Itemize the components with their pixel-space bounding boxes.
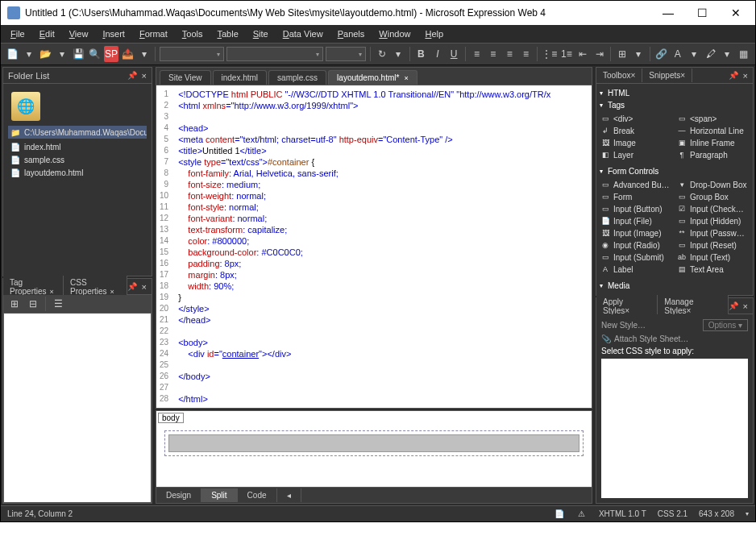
close-icon[interactable]: × [142, 282, 147, 292]
pin-icon[interactable]: 📌 [729, 71, 738, 80]
close-icon[interactable]: × [625, 306, 629, 315]
fontcolor-icon[interactable]: A [671, 46, 684, 62]
arrow-down-icon[interactable]: ▾ [687, 46, 701, 62]
close-icon[interactable]: × [687, 306, 692, 315]
toolbox-item[interactable]: ☑Input (Check… [676, 203, 750, 214]
toolbox-item[interactable]: ▭Input (Reset) [676, 239, 750, 251]
align-right-icon[interactable]: ≡ [503, 46, 517, 62]
toolbox-item[interactable]: ▭Form [600, 191, 673, 202]
toolbox-item[interactable]: ▭Input (Button) [600, 203, 673, 214]
toolbox-item[interactable]: 🖼Input (Image) [600, 227, 673, 239]
size-combo[interactable]: ▾ [326, 47, 366, 61]
highlight-icon[interactable]: 🖍 [704, 46, 717, 62]
toolbox-item[interactable]: ▾Drop-Down Box [676, 179, 750, 190]
toolbox-item[interactable]: ◧Layer [600, 149, 673, 160]
menu-file[interactable]: File [4, 27, 31, 40]
toolbox-section-html[interactable]: HTML [600, 87, 750, 99]
arrow-down-icon[interactable]: ▾ [632, 46, 646, 62]
close-icon[interactable]: × [404, 74, 408, 82]
close-icon[interactable]: × [743, 71, 748, 81]
view-tab-split[interactable]: Split [201, 488, 237, 502]
view-tab-code[interactable]: Code [238, 488, 277, 502]
tab-document[interactable]: layoutdemo.html*× [328, 70, 417, 85]
file-item[interactable]: 📄layoutdemo.html [8, 166, 147, 179]
pin-icon[interactable]: 📌 [729, 301, 738, 310]
toolbox-item[interactable]: 🖼Image [600, 137, 673, 148]
view-tab-design[interactable]: Design [156, 488, 201, 502]
open-icon[interactable]: 📂 [39, 46, 52, 62]
numbering-icon[interactable]: 1≡ [559, 46, 573, 62]
toolbox-item[interactable]: ▣Inline Frame [676, 137, 750, 148]
italic-icon[interactable]: I [430, 46, 444, 62]
toolbox-item[interactable]: 📄Input (File) [600, 215, 673, 226]
align-center-icon[interactable]: ≡ [486, 46, 500, 62]
menu-table[interactable]: Table [210, 27, 244, 40]
status-css[interactable]: CSS 2.1 [658, 509, 687, 518]
toolbox-item[interactable]: ALabel [600, 264, 673, 275]
close-icon[interactable]: × [680, 71, 685, 80]
refresh-icon[interactable]: ↻ [375, 46, 388, 62]
hyperlink-icon[interactable]: 🔗 [654, 46, 668, 62]
style-combo[interactable]: ▾ [160, 47, 224, 61]
bold-icon[interactable]: B [414, 46, 428, 62]
close-icon[interactable]: × [50, 288, 54, 296]
tab-toolbox[interactable]: Toolbox× [596, 69, 642, 82]
close-icon[interactable]: × [630, 71, 635, 80]
file-item[interactable]: 📄sample.css [8, 153, 147, 166]
menu-insert[interactable]: Insert [96, 27, 131, 40]
toolbox-item[interactable]: **Input (Passw… [676, 227, 750, 239]
tab-document[interactable]: sample.css [268, 70, 326, 85]
status-compat-icon[interactable]: ⚠ [576, 509, 588, 520]
align-left-icon[interactable]: ≡ [470, 46, 484, 62]
new-style-link[interactable]: New Style… [601, 321, 646, 330]
toolbox-item[interactable]: —Horizontal Line [676, 125, 750, 136]
prop-sort-icon[interactable]: ⊞ [6, 296, 23, 312]
toolbox-item[interactable]: ▭Advanced Bu… [600, 179, 673, 190]
toolbox-item[interactable]: ▭Input (Submit) [600, 251, 673, 263]
attach-stylesheet-link[interactable]: Attach Style Sheet… [614, 334, 688, 343]
toolbox-item[interactable]: ▭<div> [600, 113, 673, 124]
prop-sort-icon[interactable]: ⊟ [25, 296, 41, 312]
pin-icon[interactable]: 📌 [127, 282, 137, 291]
status-schema-icon[interactable]: 📄 [554, 509, 565, 520]
file-item[interactable]: 📄index.html [8, 140, 147, 153]
arrow-down-icon[interactable]: ▾ [392, 46, 405, 62]
bullets-icon[interactable]: ⋮≡ [542, 46, 557, 62]
pin-icon[interactable]: 📌 [127, 71, 137, 80]
superpreview-icon[interactable]: SP [104, 46, 118, 62]
toolbox-item[interactable]: abInput (Text) [676, 251, 750, 263]
prop-filter-icon[interactable]: ☰ [50, 296, 66, 312]
toolbox-item[interactable]: ▭Group Box [676, 191, 750, 202]
underline-icon[interactable]: U [447, 46, 461, 62]
borders-icon[interactable]: ⊞ [615, 46, 629, 62]
view-tab-arrow-icon[interactable]: ◂ [277, 488, 301, 502]
close-icon[interactable]: × [142, 71, 147, 81]
status-doctype[interactable]: XHTML 1.0 T [599, 509, 646, 518]
menu-window[interactable]: Window [372, 27, 417, 40]
toolbox-item[interactable]: ↲Break [600, 125, 673, 136]
menu-tools[interactable]: Tools [176, 27, 210, 40]
preview-icon[interactable]: 🔍 [88, 46, 102, 62]
menu-data-view[interactable]: Data View [276, 27, 330, 40]
tab-document[interactable]: index.html [213, 70, 268, 85]
minimize-button[interactable]: — [658, 5, 678, 21]
arrow-down-icon[interactable]: ▾ [55, 46, 69, 62]
maximize-button[interactable]: ☐ [692, 5, 712, 21]
toolbox-section[interactable]: Form Controls [600, 165, 750, 177]
tab-site-view[interactable]: Site View [160, 70, 211, 85]
close-icon[interactable]: × [743, 301, 748, 311]
code-content[interactable]: <!DOCTYPE html PUBLIC "-//W3C//DTD XHTML… [173, 85, 592, 408]
styles-list[interactable] [601, 359, 748, 498]
publish-icon[interactable]: 📤 [121, 46, 135, 62]
arrow-down-icon[interactable]: ▾ [720, 46, 733, 62]
design-preview[interactable]: body [156, 411, 592, 487]
code-editor[interactable]: 1234567891011121314151617181920212223242… [156, 85, 592, 408]
toolbox-item[interactable]: ¶Paragraph [676, 149, 750, 160]
menu-format[interactable]: Format [133, 27, 174, 40]
menu-view[interactable]: View [63, 27, 95, 40]
save-icon[interactable]: 💾 [72, 46, 85, 62]
close-button[interactable]: ✕ [726, 5, 746, 21]
menu-site[interactable]: Site [247, 27, 275, 40]
font-combo[interactable]: ▾ [226, 47, 323, 61]
toolbox-item[interactable]: ◉Input (Radio) [600, 239, 673, 251]
